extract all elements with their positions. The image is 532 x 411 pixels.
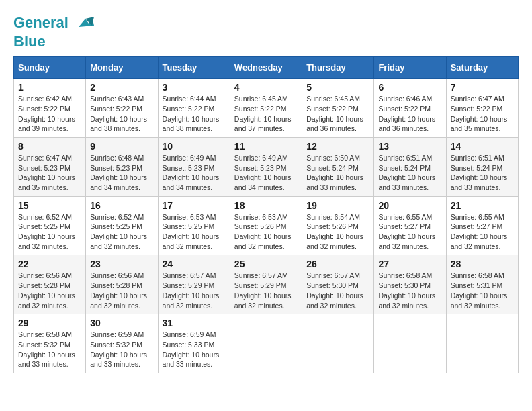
day-of-week-header: Sunday: [14, 57, 86, 79]
calendar-day-cell: [230, 314, 302, 373]
day-info: Sunrise: 6:49 AM Sunset: 5:23 PM Dayligh…: [163, 153, 226, 193]
day-info: Sunrise: 6:52 AM Sunset: 5:25 PM Dayligh…: [90, 212, 153, 252]
day-number: 24: [163, 259, 226, 269]
day-number: 11: [234, 141, 298, 152]
calendar-day-cell: [446, 314, 518, 373]
day-info: Sunrise: 6:55 AM Sunset: 5:27 PM Dayligh…: [378, 212, 441, 252]
calendar-day-cell: 6Sunrise: 6:46 AM Sunset: 5:22 PM Daylig…: [374, 79, 446, 138]
calendar-day-cell: 22Sunrise: 6:56 AM Sunset: 5:28 PM Dayli…: [14, 255, 86, 314]
calendar-day-cell: 26Sunrise: 6:57 AM Sunset: 5:30 PM Dayli…: [302, 255, 374, 314]
day-info: Sunrise: 6:45 AM Sunset: 5:22 PM Dayligh…: [306, 94, 369, 134]
day-info: Sunrise: 6:47 AM Sunset: 5:22 PM Dayligh…: [451, 94, 514, 134]
day-info: Sunrise: 6:53 AM Sunset: 5:26 PM Dayligh…: [234, 212, 298, 252]
day-info: Sunrise: 6:57 AM Sunset: 5:29 PM Dayligh…: [234, 271, 298, 310]
day-number: 13: [378, 141, 441, 152]
calendar-day-cell: 1Sunrise: 6:42 AM Sunset: 5:22 PM Daylig…: [14, 79, 86, 138]
calendar-day-cell: 4Sunrise: 6:45 AM Sunset: 5:22 PM Daylig…: [230, 79, 302, 138]
day-info: Sunrise: 6:53 AM Sunset: 5:25 PM Dayligh…: [163, 212, 226, 252]
day-number: 28: [451, 259, 514, 269]
day-number: 14: [451, 141, 514, 152]
day-info: Sunrise: 6:55 AM Sunset: 5:27 PM Dayligh…: [451, 212, 514, 252]
day-number: 4: [234, 82, 298, 93]
calendar-day-cell: 11Sunrise: 6:49 AM Sunset: 5:23 PM Dayli…: [230, 137, 302, 196]
calendar-week-row: 8Sunrise: 6:47 AM Sunset: 5:23 PM Daylig…: [14, 137, 519, 196]
day-info: Sunrise: 6:43 AM Sunset: 5:22 PM Dayligh…: [90, 94, 153, 134]
day-number: 30: [90, 318, 153, 328]
calendar-day-cell: 25Sunrise: 6:57 AM Sunset: 5:29 PM Dayli…: [230, 255, 302, 314]
day-info: Sunrise: 6:57 AM Sunset: 5:30 PM Dayligh…: [306, 271, 369, 310]
day-number: 29: [18, 318, 81, 328]
day-info: Sunrise: 6:59 AM Sunset: 5:32 PM Dayligh…: [90, 330, 153, 369]
day-number: 7: [451, 82, 514, 93]
day-number: 16: [90, 200, 153, 211]
day-info: Sunrise: 6:51 AM Sunset: 5:24 PM Dayligh…: [378, 153, 441, 193]
day-number: 23: [90, 259, 153, 269]
calendar-day-cell: [374, 314, 446, 373]
calendar-day-cell: 21Sunrise: 6:55 AM Sunset: 5:27 PM Dayli…: [446, 196, 518, 255]
calendar-day-cell: 3Sunrise: 6:44 AM Sunset: 5:22 PM Daylig…: [158, 79, 230, 138]
day-info: Sunrise: 6:45 AM Sunset: 5:22 PM Dayligh…: [234, 94, 298, 134]
calendar-day-cell: 8Sunrise: 6:47 AM Sunset: 5:23 PM Daylig…: [14, 137, 86, 196]
day-number: 3: [163, 82, 226, 93]
day-number: 17: [163, 200, 226, 211]
day-of-week-header: Wednesday: [230, 57, 302, 79]
calendar-day-cell: 19Sunrise: 6:54 AM Sunset: 5:26 PM Dayli…: [302, 196, 374, 255]
calendar-day-cell: 27Sunrise: 6:58 AM Sunset: 5:30 PM Dayli…: [374, 255, 446, 314]
calendar-day-cell: 31Sunrise: 6:59 AM Sunset: 5:33 PM Dayli…: [158, 314, 230, 373]
day-number: 27: [378, 259, 441, 269]
calendar-week-row: 29Sunrise: 6:58 AM Sunset: 5:32 PM Dayli…: [14, 314, 519, 373]
day-number: 19: [306, 200, 369, 211]
day-number: 1: [18, 82, 81, 93]
day-number: 15: [18, 200, 81, 211]
calendar-week-row: 15Sunrise: 6:52 AM Sunset: 5:25 PM Dayli…: [14, 196, 519, 255]
day-of-week-header: Monday: [86, 57, 158, 79]
day-of-week-header: Friday: [374, 57, 446, 79]
calendar-day-cell: 20Sunrise: 6:55 AM Sunset: 5:27 PM Dayli…: [374, 196, 446, 255]
day-number: 8: [18, 141, 81, 152]
calendar-day-cell: 15Sunrise: 6:52 AM Sunset: 5:25 PM Dayli…: [14, 196, 86, 255]
day-info: Sunrise: 6:51 AM Sunset: 5:24 PM Dayligh…: [451, 153, 514, 193]
calendar-day-cell: 13Sunrise: 6:51 AM Sunset: 5:24 PM Dayli…: [374, 137, 446, 196]
day-info: Sunrise: 6:48 AM Sunset: 5:23 PM Dayligh…: [90, 153, 153, 193]
day-info: Sunrise: 6:49 AM Sunset: 5:23 PM Dayligh…: [234, 153, 298, 193]
calendar-week-row: 1Sunrise: 6:42 AM Sunset: 5:22 PM Daylig…: [14, 79, 519, 138]
calendar-day-cell: 12Sunrise: 6:50 AM Sunset: 5:24 PM Dayli…: [302, 137, 374, 196]
day-info: Sunrise: 6:59 AM Sunset: 5:33 PM Dayligh…: [163, 330, 226, 369]
day-info: Sunrise: 6:47 AM Sunset: 5:23 PM Dayligh…: [18, 153, 81, 193]
logo-blue: Blue: [13, 33, 46, 50]
calendar-day-cell: 29Sunrise: 6:58 AM Sunset: 5:32 PM Dayli…: [14, 314, 86, 373]
calendar-day-cell: 30Sunrise: 6:59 AM Sunset: 5:32 PM Dayli…: [86, 314, 158, 373]
calendar-day-cell: 18Sunrise: 6:53 AM Sunset: 5:26 PM Dayli…: [230, 196, 302, 255]
calendar-day-cell: 14Sunrise: 6:51 AM Sunset: 5:24 PM Dayli…: [446, 137, 518, 196]
calendar-day-cell: 2Sunrise: 6:43 AM Sunset: 5:22 PM Daylig…: [86, 79, 158, 138]
calendar-day-cell: [302, 314, 374, 373]
logo-general: General: [13, 14, 69, 31]
calendar-day-cell: 17Sunrise: 6:53 AM Sunset: 5:25 PM Dayli…: [158, 196, 230, 255]
day-info: Sunrise: 6:54 AM Sunset: 5:26 PM Dayligh…: [306, 212, 369, 252]
day-number: 22: [18, 259, 81, 269]
calendar-day-cell: 9Sunrise: 6:48 AM Sunset: 5:23 PM Daylig…: [86, 137, 158, 196]
calendar-day-cell: 28Sunrise: 6:58 AM Sunset: 5:31 PM Dayli…: [446, 255, 518, 314]
day-number: 9: [90, 141, 153, 152]
day-number: 18: [234, 200, 298, 211]
day-number: 21: [451, 200, 514, 211]
day-info: Sunrise: 6:52 AM Sunset: 5:25 PM Dayligh…: [18, 212, 81, 252]
day-info: Sunrise: 6:58 AM Sunset: 5:32 PM Dayligh…: [18, 330, 81, 369]
logo: General Blue: [13, 13, 95, 50]
calendar-header-row: SundayMondayTuesdayWednesdayThursdayFrid…: [14, 57, 519, 79]
calendar-day-cell: 16Sunrise: 6:52 AM Sunset: 5:25 PM Dayli…: [86, 196, 158, 255]
day-info: Sunrise: 6:58 AM Sunset: 5:31 PM Dayligh…: [451, 271, 514, 310]
day-of-week-header: Saturday: [446, 57, 518, 79]
calendar-day-cell: 24Sunrise: 6:57 AM Sunset: 5:29 PM Dayli…: [158, 255, 230, 314]
day-info: Sunrise: 6:56 AM Sunset: 5:28 PM Dayligh…: [90, 271, 153, 310]
logo-bird-icon: [75, 13, 95, 34]
day-info: Sunrise: 6:56 AM Sunset: 5:28 PM Dayligh…: [18, 271, 81, 310]
calendar-day-cell: 7Sunrise: 6:47 AM Sunset: 5:22 PM Daylig…: [446, 79, 518, 138]
day-info: Sunrise: 6:44 AM Sunset: 5:22 PM Dayligh…: [163, 94, 226, 134]
day-number: 25: [234, 259, 298, 269]
day-number: 20: [378, 200, 441, 211]
calendar-table: SundayMondayTuesdayWednesdayThursdayFrid…: [13, 56, 519, 373]
calendar-day-cell: 5Sunrise: 6:45 AM Sunset: 5:22 PM Daylig…: [302, 79, 374, 138]
page-header: General Blue: [13, 13, 519, 50]
day-number: 31: [163, 318, 226, 328]
